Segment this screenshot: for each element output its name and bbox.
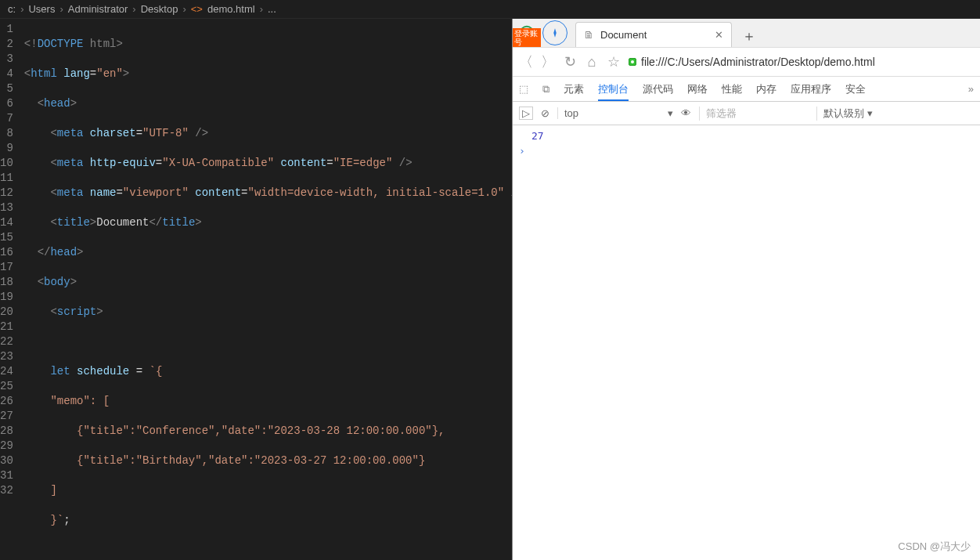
favorite-button[interactable]: ☆: [607, 53, 621, 70]
tab-performance[interactable]: 性能: [722, 78, 742, 101]
console-toolbar: ▷ ⊘ top ▾ 👁 筛选器 默认级别 ▾: [513, 102, 980, 125]
tab-strip: 登录账号 🗎 Document ✕ ＋: [513, 19, 980, 47]
clear-icon[interactable]: ⊘: [541, 107, 549, 119]
code-editor[interactable]: 1234567891011121314151617181920212223242…: [0, 19, 512, 560]
home-button[interactable]: ⌂: [585, 54, 599, 70]
devtools-tabs: ⬚ ⧉ 元素 控制台 源代码 网络 性能 内存 应用程序 安全 »: [513, 77, 980, 102]
log-level-selector[interactable]: 默认级别 ▾: [816, 107, 873, 121]
tab-application[interactable]: 应用程序: [791, 78, 831, 101]
crumb-file[interactable]: demo.html: [207, 3, 255, 15]
html-file-icon: <>: [191, 3, 203, 15]
tab-network[interactable]: 网络: [687, 78, 708, 101]
address-bar: 〈 〉 ↻ ⌂ ☆ file:///C:/Users/Administrator…: [513, 47, 980, 77]
login-badge[interactable]: 登录账号: [513, 28, 541, 47]
inspect-icon[interactable]: ⬚: [519, 83, 528, 95]
new-tab-button[interactable]: ＋: [738, 25, 760, 47]
url-field[interactable]: file:///C:/Users/Administrator/Desktop/d…: [629, 56, 974, 68]
device-icon[interactable]: ⧉: [542, 83, 549, 96]
crumb-desktop[interactable]: Desktop: [141, 3, 178, 15]
refresh-button[interactable]: ↻: [563, 53, 577, 70]
crumb-admin[interactable]: Administrator: [68, 3, 128, 15]
breadcrumb: c:› Users› Administrator› Desktop› <> de…: [0, 0, 980, 19]
forward-button[interactable]: 〉: [541, 52, 555, 71]
tab-title: Document: [600, 29, 647, 41]
code-area[interactable]: <!DOCTYPE html> <html lang="en"> <head> …: [24, 19, 512, 560]
tab-memory[interactable]: 内存: [756, 78, 776, 101]
back-button[interactable]: 〈: [519, 52, 533, 71]
ie-icon[interactable]: 登录账号: [513, 19, 541, 47]
close-tab-icon[interactable]: ✕: [715, 29, 723, 41]
crumb-users[interactable]: Users: [28, 3, 55, 15]
line-gutter: 1234567891011121314151617181920212223242…: [0, 19, 24, 560]
crumb-drive[interactable]: c:: [8, 3, 16, 15]
tab-security[interactable]: 安全: [845, 78, 866, 101]
browser-tab[interactable]: 🗎 Document ✕: [575, 22, 732, 47]
watermark: CSDN @冯大少: [898, 540, 971, 554]
play-icon[interactable]: ▷: [519, 107, 533, 120]
console-output[interactable]: 27 ›: [513, 125, 980, 560]
console-value: 27: [531, 130, 544, 142]
tab-sources[interactable]: 源代码: [643, 78, 673, 101]
tab-elements[interactable]: 元素: [564, 78, 584, 101]
prompt-caret-icon: ›: [519, 145, 525, 157]
more-tabs-icon[interactable]: »: [968, 83, 974, 95]
compass-icon[interactable]: [542, 20, 567, 45]
secure-icon: [629, 58, 636, 66]
eye-icon[interactable]: 👁: [681, 107, 691, 119]
filter-input[interactable]: 筛选器: [699, 107, 809, 121]
browser-window: 登录账号 🗎 Document ✕ ＋ 〈 〉 ↻ ⌂ ☆: [512, 19, 980, 560]
page-icon: 🗎: [584, 29, 594, 41]
tab-console[interactable]: 控制台: [598, 78, 629, 101]
url-text: file:///C:/Users/Administrator/Desktop/d…: [641, 56, 875, 68]
crumb-tail[interactable]: ...: [268, 3, 276, 15]
context-selector[interactable]: top ▾: [557, 107, 673, 119]
